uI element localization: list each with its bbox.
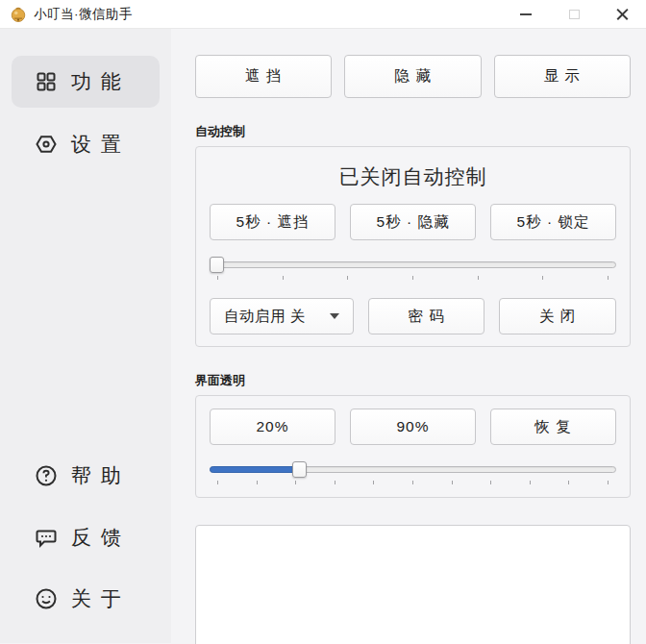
sidebar-spacer <box>12 170 160 455</box>
hexagon-nut-icon <box>35 133 58 156</box>
slider-fill <box>210 466 295 473</box>
auto-control-slider[interactable] <box>210 257 616 273</box>
tick-mark <box>295 481 296 484</box>
auto-control-groupbox: 已关闭自动控制 5秒 · 遮挡 5秒 · 隐藏 5秒 · 锁定 自动启用 关 密… <box>195 146 631 347</box>
hide-button[interactable]: 隐 藏 <box>344 55 481 98</box>
app-bell-icon <box>10 6 27 23</box>
log-textarea[interactable] <box>195 525 631 644</box>
tick-mark <box>530 481 531 484</box>
window-title: 小叮当·微信助手 <box>34 6 133 23</box>
quick-actions-row: 遮 挡 隐 藏 显 示 <box>195 55 631 98</box>
transparency-section-label: 界面透明 <box>195 372 631 389</box>
slider-ticks <box>210 481 616 485</box>
sidebar-item-about[interactable]: 关 于 <box>12 578 160 620</box>
slider-track <box>210 261 616 268</box>
tick-mark <box>283 276 284 280</box>
tick-mark <box>542 276 543 280</box>
tick-mark <box>373 481 374 484</box>
tick-mark <box>490 481 491 484</box>
tick-mark <box>257 481 258 484</box>
auto-control-bottom-row: 自动启用 关 密 码 关 闭 <box>210 298 616 334</box>
timer-cover-button[interactable]: 5秒 · 遮挡 <box>210 204 335 240</box>
tick-mark <box>452 481 453 484</box>
feedback-bubble-icon <box>35 526 58 549</box>
timer-hide-button[interactable]: 5秒 · 隐藏 <box>350 204 476 240</box>
transparency-groupbox: 20% 90% 恢 复 <box>195 395 631 498</box>
tick-mark <box>608 481 609 484</box>
sidebar-item-settings[interactable]: 设 置 <box>12 118 160 170</box>
opacity-90-button[interactable]: 90% <box>350 409 476 445</box>
auto-control-status: 已关闭自动控制 <box>210 163 616 190</box>
sidebar-item-label: 反 馈 <box>71 524 123 551</box>
close-icon <box>616 8 629 20</box>
tick-mark <box>335 481 335 484</box>
timer-buttons-row: 5秒 · 遮挡 5秒 · 隐藏 5秒 · 锁定 <box>210 204 616 240</box>
transparency-slider[interactable] <box>210 461 616 478</box>
sidebar-item-label: 功 能 <box>71 68 123 95</box>
tick-mark <box>217 481 218 484</box>
sidebar-top-group: 功 能 设 置 <box>12 56 160 170</box>
minimize-icon <box>520 13 532 15</box>
minimize-button[interactable] <box>502 0 550 28</box>
password-button[interactable]: 密 码 <box>368 298 485 334</box>
tick-mark <box>608 276 609 280</box>
smiley-icon <box>35 587 58 610</box>
opacity-restore-button[interactable]: 恢 复 <box>490 409 616 445</box>
tick-mark <box>478 276 479 280</box>
sidebar-item-feedback[interactable]: 反 馈 <box>12 516 160 558</box>
slider-handle[interactable] <box>210 257 224 273</box>
opacity-20-button[interactable]: 20% <box>210 409 335 445</box>
transparency-buttons-row: 20% 90% 恢 复 <box>210 409 616 445</box>
sidebar-item-label: 设 置 <box>71 131 123 158</box>
title-bar: 小叮当·微信助手 <box>0 0 646 29</box>
auto-control-section-label: 自动控制 <box>195 123 631 140</box>
tick-mark <box>412 481 413 484</box>
sidebar-item-help[interactable]: 帮 助 <box>12 455 160 497</box>
timer-lock-button[interactable]: 5秒 · 锁定 <box>490 204 616 240</box>
maximize-icon <box>569 10 580 19</box>
content-area: 功 能 设 置 帮 助 <box>0 29 646 643</box>
chevron-down-icon <box>330 313 339 319</box>
tick-mark <box>412 276 413 280</box>
tick-mark <box>347 276 348 280</box>
window-controls <box>502 0 646 28</box>
tick-mark <box>568 481 569 484</box>
cover-button[interactable]: 遮 挡 <box>195 55 332 98</box>
sidebar-item-functions[interactable]: 功 能 <box>12 56 160 108</box>
tick-mark <box>217 276 218 280</box>
slider-ticks <box>210 276 616 281</box>
question-circle-icon <box>35 464 58 487</box>
show-button[interactable]: 显 示 <box>494 55 631 98</box>
sidebar-bottom-group: 帮 助 反 馈 关 于 <box>12 455 160 620</box>
maximize-button[interactable] <box>550 0 598 28</box>
sidebar-item-label: 帮 助 <box>71 462 123 489</box>
grid-icon <box>35 70 58 93</box>
close-auto-button[interactable]: 关 闭 <box>499 298 616 334</box>
slider-handle[interactable] <box>292 461 307 478</box>
dropdown-value: 自动启用 关 <box>224 307 306 327</box>
sidebar: 功 能 设 置 帮 助 <box>0 29 171 643</box>
close-button[interactable] <box>598 0 646 28</box>
main-panel: 遮 挡 隐 藏 显 示 自动控制 已关闭自动控制 5秒 · 遮挡 5秒 · 隐藏… <box>171 29 646 643</box>
auto-enable-dropdown[interactable]: 自动启用 关 <box>210 298 354 334</box>
sidebar-item-label: 关 于 <box>71 585 123 612</box>
